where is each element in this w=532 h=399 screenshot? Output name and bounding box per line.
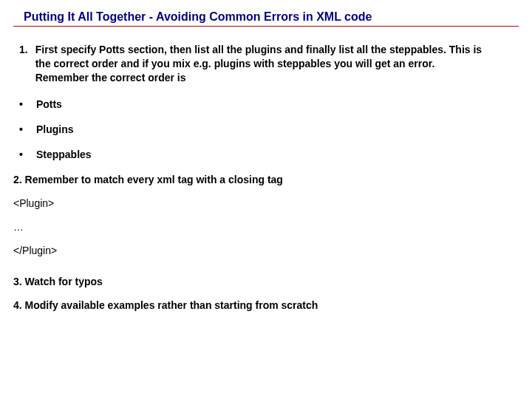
list-item-1-text: First specify Potts section, then list a… [35, 43, 519, 85]
list-item-4: 4. Modify available examples rather than… [13, 299, 519, 311]
xml-ellipsis: … [13, 221, 519, 233]
list-item-1: 1. First specify Potts section, then lis… [13, 43, 519, 85]
bullet-label: Plugins [36, 123, 74, 135]
list-item-1-number: 1. [19, 43, 28, 85]
xml-close-tag: </Plugin> [13, 245, 519, 256]
list-item-3: 3. Watch for typos [13, 276, 519, 287]
list-item-2: 2. Remember to match every xml tag with … [13, 174, 519, 185]
bullet-dot: • [19, 98, 23, 110]
xml-open-tag: <Plugin> [13, 197, 519, 209]
slide-title: Putting It All Together - Avoiding Commo… [24, 10, 519, 24]
bullet-label: Steppables [36, 149, 92, 160]
bullet-label: Potts [36, 98, 62, 110]
bullet-dot: • [19, 149, 23, 160]
bullet-steppables: • Steppables [13, 149, 519, 160]
bullet-plugins: • Plugins [13, 123, 519, 135]
bullet-dot: • [19, 123, 23, 135]
bullet-potts: • Potts [13, 98, 519, 110]
title-underline [13, 26, 519, 27]
